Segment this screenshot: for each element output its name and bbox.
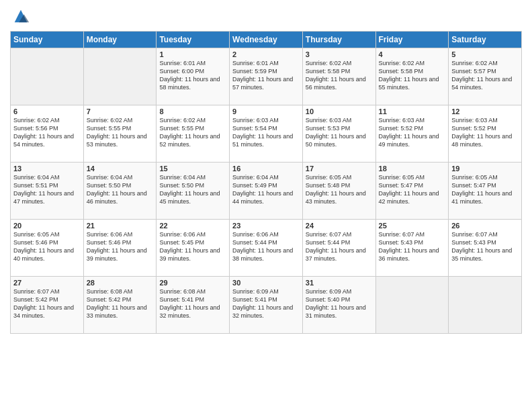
weekday-monday: Monday xyxy=(83,32,157,48)
day-number: 8 xyxy=(159,107,226,116)
calendar-cell: 29Sunrise: 6:08 AM Sunset: 5:41 PM Dayli… xyxy=(157,277,230,334)
calendar-cell: 14Sunrise: 6:04 AM Sunset: 5:50 PM Dayli… xyxy=(83,163,157,220)
weekday-thursday: Thursday xyxy=(302,32,375,48)
day-details: Sunrise: 6:01 AM Sunset: 6:00 PM Dayligh… xyxy=(159,59,226,92)
day-details: Sunrise: 6:02 AM Sunset: 5:58 PM Dayligh… xyxy=(306,59,373,92)
day-number: 12 xyxy=(451,107,519,116)
calendar-cell xyxy=(11,48,84,105)
day-details: Sunrise: 6:07 AM Sunset: 5:42 PM Dayligh… xyxy=(13,287,81,320)
calendar-cell: 27Sunrise: 6:07 AM Sunset: 5:42 PM Dayli… xyxy=(11,277,84,334)
calendar-cell: 20Sunrise: 6:05 AM Sunset: 5:46 PM Dayli… xyxy=(11,220,84,277)
calendar-cell: 10Sunrise: 6:03 AM Sunset: 5:53 PM Dayli… xyxy=(302,105,375,163)
calendar-week-4: 20Sunrise: 6:05 AM Sunset: 5:46 PM Dayli… xyxy=(11,220,522,277)
calendar-cell xyxy=(375,277,449,334)
day-details: Sunrise: 6:02 AM Sunset: 5:55 PM Dayligh… xyxy=(87,116,154,149)
calendar-week-1: 1Sunrise: 6:01 AM Sunset: 6:00 PM Daylig… xyxy=(11,48,522,105)
weekday-friday: Friday xyxy=(375,32,449,48)
calendar-week-3: 13Sunrise: 6:04 AM Sunset: 5:51 PM Dayli… xyxy=(11,163,522,220)
calendar-cell: 9Sunrise: 6:03 AM Sunset: 5:54 PM Daylig… xyxy=(230,105,303,163)
day-number: 1 xyxy=(159,50,226,58)
day-details: Sunrise: 6:02 AM Sunset: 5:57 PM Dayligh… xyxy=(451,59,519,92)
calendar-cell: 28Sunrise: 6:08 AM Sunset: 5:42 PM Dayli… xyxy=(83,277,157,334)
day-details: Sunrise: 6:09 AM Sunset: 5:40 PM Dayligh… xyxy=(306,287,373,320)
calendar-cell: 1Sunrise: 6:01 AM Sunset: 6:00 PM Daylig… xyxy=(157,48,230,105)
day-number: 20 xyxy=(13,222,81,230)
calendar-cell: 13Sunrise: 6:04 AM Sunset: 5:51 PM Dayli… xyxy=(11,163,84,220)
day-details: Sunrise: 6:09 AM Sunset: 5:41 PM Dayligh… xyxy=(232,287,300,320)
day-number: 9 xyxy=(232,107,300,116)
calendar-cell: 8Sunrise: 6:02 AM Sunset: 5:55 PM Daylig… xyxy=(157,105,230,163)
header xyxy=(10,7,522,26)
calendar-week-5: 27Sunrise: 6:07 AM Sunset: 5:42 PM Dayli… xyxy=(11,277,522,334)
day-details: Sunrise: 6:03 AM Sunset: 5:52 PM Dayligh… xyxy=(379,116,446,149)
day-number: 26 xyxy=(451,222,519,230)
day-number: 2 xyxy=(232,50,300,58)
day-details: Sunrise: 6:08 AM Sunset: 5:42 PM Dayligh… xyxy=(87,287,154,320)
calendar-cell: 6Sunrise: 6:02 AM Sunset: 5:56 PM Daylig… xyxy=(11,105,84,163)
day-details: Sunrise: 6:05 AM Sunset: 5:46 PM Dayligh… xyxy=(13,230,81,263)
day-details: Sunrise: 6:02 AM Sunset: 5:58 PM Dayligh… xyxy=(379,59,446,92)
day-details: Sunrise: 6:07 AM Sunset: 5:43 PM Dayligh… xyxy=(379,230,446,263)
logo-icon xyxy=(11,7,30,26)
calendar-cell: 12Sunrise: 6:03 AM Sunset: 5:52 PM Dayli… xyxy=(449,105,522,163)
calendar-cell: 18Sunrise: 6:05 AM Sunset: 5:47 PM Dayli… xyxy=(375,163,449,220)
calendar-cell xyxy=(83,48,157,105)
day-number: 28 xyxy=(87,279,154,287)
day-number: 17 xyxy=(306,165,373,173)
calendar-cell: 19Sunrise: 6:05 AM Sunset: 5:47 PM Dayli… xyxy=(449,163,522,220)
calendar-cell: 16Sunrise: 6:04 AM Sunset: 5:49 PM Dayli… xyxy=(230,163,303,220)
day-details: Sunrise: 6:04 AM Sunset: 5:50 PM Dayligh… xyxy=(159,173,226,206)
calendar-cell: 5Sunrise: 6:02 AM Sunset: 5:57 PM Daylig… xyxy=(449,48,522,105)
calendar-cell: 24Sunrise: 6:07 AM Sunset: 5:44 PM Dayli… xyxy=(302,220,375,277)
day-number: 30 xyxy=(232,279,300,287)
day-number: 18 xyxy=(379,165,446,173)
day-details: Sunrise: 6:08 AM Sunset: 5:41 PM Dayligh… xyxy=(159,287,226,320)
calendar-cell: 30Sunrise: 6:09 AM Sunset: 5:41 PM Dayli… xyxy=(230,277,303,334)
day-number: 11 xyxy=(379,107,446,116)
day-number: 29 xyxy=(159,279,226,287)
day-details: Sunrise: 6:07 AM Sunset: 5:44 PM Dayligh… xyxy=(306,230,373,263)
logo xyxy=(10,7,30,26)
day-details: Sunrise: 6:06 AM Sunset: 5:46 PM Dayligh… xyxy=(87,230,154,263)
weekday-sunday: Sunday xyxy=(11,32,84,48)
day-details: Sunrise: 6:02 AM Sunset: 5:56 PM Dayligh… xyxy=(13,116,81,149)
day-number: 14 xyxy=(87,165,154,173)
day-number: 16 xyxy=(232,165,300,173)
calendar-cell: 31Sunrise: 6:09 AM Sunset: 5:40 PM Dayli… xyxy=(302,277,375,334)
day-details: Sunrise: 6:04 AM Sunset: 5:51 PM Dayligh… xyxy=(13,173,81,206)
calendar-cell: 2Sunrise: 6:01 AM Sunset: 5:59 PM Daylig… xyxy=(230,48,303,105)
day-number: 5 xyxy=(451,50,519,58)
day-number: 15 xyxy=(159,165,226,173)
day-number: 23 xyxy=(232,222,300,230)
calendar-cell xyxy=(449,277,522,334)
calendar-cell: 21Sunrise: 6:06 AM Sunset: 5:46 PM Dayli… xyxy=(83,220,157,277)
day-details: Sunrise: 6:03 AM Sunset: 5:54 PM Dayligh… xyxy=(232,116,300,149)
day-details: Sunrise: 6:06 AM Sunset: 5:45 PM Dayligh… xyxy=(159,230,226,263)
weekday-saturday: Saturday xyxy=(449,32,522,48)
day-number: 3 xyxy=(306,50,373,58)
day-number: 24 xyxy=(306,222,373,230)
weekday-tuesday: Tuesday xyxy=(157,32,230,48)
calendar-week-2: 6Sunrise: 6:02 AM Sunset: 5:56 PM Daylig… xyxy=(11,105,522,163)
main-container: SundayMondayTuesdayWednesdayThursdayFrid… xyxy=(0,0,532,340)
day-details: Sunrise: 6:05 AM Sunset: 5:48 PM Dayligh… xyxy=(306,173,373,206)
day-number: 21 xyxy=(87,222,154,230)
day-number: 27 xyxy=(13,279,81,287)
calendar-table: SundayMondayTuesdayWednesdayThursdayFrid… xyxy=(10,31,522,334)
calendar-cell: 11Sunrise: 6:03 AM Sunset: 5:52 PM Dayli… xyxy=(375,105,449,163)
calendar-cell: 25Sunrise: 6:07 AM Sunset: 5:43 PM Dayli… xyxy=(375,220,449,277)
day-number: 13 xyxy=(13,165,81,173)
day-number: 22 xyxy=(159,222,226,230)
calendar-cell: 22Sunrise: 6:06 AM Sunset: 5:45 PM Dayli… xyxy=(157,220,230,277)
calendar-cell: 3Sunrise: 6:02 AM Sunset: 5:58 PM Daylig… xyxy=(302,48,375,105)
day-details: Sunrise: 6:03 AM Sunset: 5:52 PM Dayligh… xyxy=(451,116,519,149)
calendar-cell: 7Sunrise: 6:02 AM Sunset: 5:55 PM Daylig… xyxy=(83,105,157,163)
day-details: Sunrise: 6:06 AM Sunset: 5:44 PM Dayligh… xyxy=(232,230,300,263)
weekday-wednesday: Wednesday xyxy=(230,32,303,48)
weekday-header-row: SundayMondayTuesdayWednesdayThursdayFrid… xyxy=(11,32,522,48)
day-details: Sunrise: 6:03 AM Sunset: 5:53 PM Dayligh… xyxy=(306,116,373,149)
calendar-cell: 23Sunrise: 6:06 AM Sunset: 5:44 PM Dayli… xyxy=(230,220,303,277)
day-details: Sunrise: 6:05 AM Sunset: 5:47 PM Dayligh… xyxy=(379,173,446,206)
calendar-cell: 26Sunrise: 6:07 AM Sunset: 5:43 PM Dayli… xyxy=(449,220,522,277)
day-number: 25 xyxy=(379,222,446,230)
